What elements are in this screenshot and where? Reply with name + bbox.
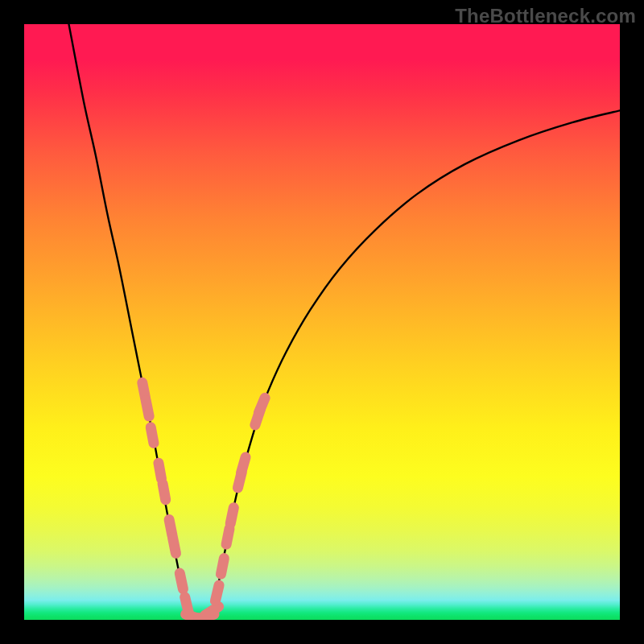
highlight-marker: [221, 559, 224, 575]
highlight-marker: [151, 427, 154, 444]
highlight-marker: [230, 508, 233, 524]
chart-frame: TheBottleneck.com: [0, 0, 644, 644]
highlight-marker: [163, 484, 166, 500]
highlight-marker: [180, 573, 183, 589]
highlight-marker: [215, 585, 219, 601]
curve-group: [69, 24, 621, 619]
highlight-marker: [258, 398, 265, 412]
curve-layer: [24, 24, 620, 620]
highlight-marker: [205, 607, 219, 616]
watermark-text: TheBottleneck.com: [455, 5, 636, 27]
highlight-marker: [173, 538, 176, 554]
highlight-marker: [242, 457, 246, 473]
highlight-marker: [159, 463, 162, 479]
marker-group: [142, 382, 265, 619]
highlight-marker: [146, 400, 149, 416]
bottleneck-curve: [69, 24, 621, 619]
plot-area: [24, 24, 620, 620]
highlight-marker: [226, 529, 229, 545]
